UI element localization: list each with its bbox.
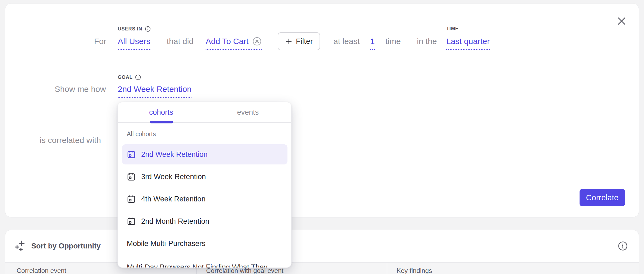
- list-item-cohort[interactable]: Multi-Day Browsers Not Finding What They: [122, 257, 287, 268]
- column-header-key-findings[interactable]: Key findings: [387, 263, 639, 274]
- sort-button-label: Sort by Opportunity: [31, 242, 101, 250]
- signal-correlation-screen: { "colors": { "accent": "#4f44e0", "acce…: [0, 0, 644, 274]
- list-item-label: Mobile Multi-Purchasers: [127, 239, 206, 248]
- dropdown-tabs: cohorts events: [118, 102, 291, 123]
- list-item-label: Multi-Day Browsers Not Finding What They: [127, 263, 267, 268]
- info-icon[interactable]: [135, 74, 141, 80]
- goal-label: GOAL: [118, 74, 141, 80]
- remove-event-icon[interactable]: [252, 37, 262, 46]
- connector-in-the: in the: [417, 37, 437, 46]
- users-in-label-text: USERS IN: [118, 26, 142, 32]
- calendar-icon: [127, 150, 136, 159]
- sort-by-opportunity-button[interactable]: Sort by Opportunity: [15, 230, 101, 262]
- close-button[interactable]: [615, 15, 627, 27]
- list-item-cohort[interactable]: 2nd Week Retention: [122, 144, 287, 164]
- active-tab-indicator: [150, 121, 173, 123]
- results-card: Sort by Opportunity Correlation event Co…: [5, 230, 639, 274]
- list-item-cohort[interactable]: 2nd Month Retention: [122, 211, 287, 231]
- results-table-header: Correlation event Correlation with goal …: [5, 262, 639, 274]
- list-item-label: 2nd Week Retention: [141, 150, 208, 159]
- correlate-button[interactable]: Correlate: [580, 189, 625, 206]
- list-item-label: 4th Week Retention: [141, 195, 206, 203]
- query-builder-card: USERS IN For All Users that did Add To C…: [5, 3, 639, 217]
- time-label-text: TIME: [446, 26, 459, 32]
- show-me-how-prefix: Show me how: [55, 85, 106, 94]
- list-item-label: 2nd Month Retention: [141, 217, 209, 226]
- tab-events[interactable]: events: [205, 102, 291, 122]
- list-item-cohort[interactable]: Mobile Multi-Purchasers: [122, 233, 287, 254]
- list-item-cohort[interactable]: 4th Week Retention: [122, 189, 287, 209]
- section-header-all-cohorts: All cohorts: [127, 130, 156, 138]
- goal-selector[interactable]: 2nd Week Retention: [118, 85, 191, 98]
- users-selector[interactable]: All Users: [118, 37, 150, 50]
- count-selector[interactable]: 1: [370, 37, 375, 50]
- calendar-icon: [127, 172, 136, 181]
- plus-icon: [285, 38, 293, 45]
- query-prefix: For: [94, 37, 106, 46]
- connector-time: time: [385, 37, 401, 46]
- time-range-selector[interactable]: Last quarter: [446, 37, 490, 50]
- event-value: Add To Cart: [206, 37, 249, 46]
- list-item-label: 3rd Week Retention: [141, 173, 206, 181]
- sparkle-plus-icon: [15, 240, 26, 252]
- add-filter-button[interactable]: Filter: [278, 32, 320, 50]
- time-label: TIME: [446, 26, 459, 32]
- event-selector[interactable]: Add To Cart: [206, 37, 262, 50]
- goal-picker-dropdown: cohorts events All cohorts 2nd Week Rete…: [117, 102, 292, 268]
- calendar-icon: [127, 217, 136, 226]
- connector-at-least: at least: [333, 37, 360, 46]
- is-correlated-with-prefix: is correlated with: [40, 136, 101, 145]
- connector-that-did: that did: [167, 37, 193, 46]
- filter-button-label: Filter: [296, 37, 313, 46]
- info-icon[interactable]: [618, 241, 628, 251]
- calendar-icon: [127, 194, 136, 204]
- info-icon[interactable]: [145, 26, 151, 32]
- goal-label-text: GOAL: [118, 74, 132, 80]
- list-item-cohort[interactable]: 3rd Week Retention: [122, 167, 287, 187]
- tab-cohorts[interactable]: cohorts: [118, 102, 205, 122]
- users-in-label: USERS IN: [118, 26, 151, 32]
